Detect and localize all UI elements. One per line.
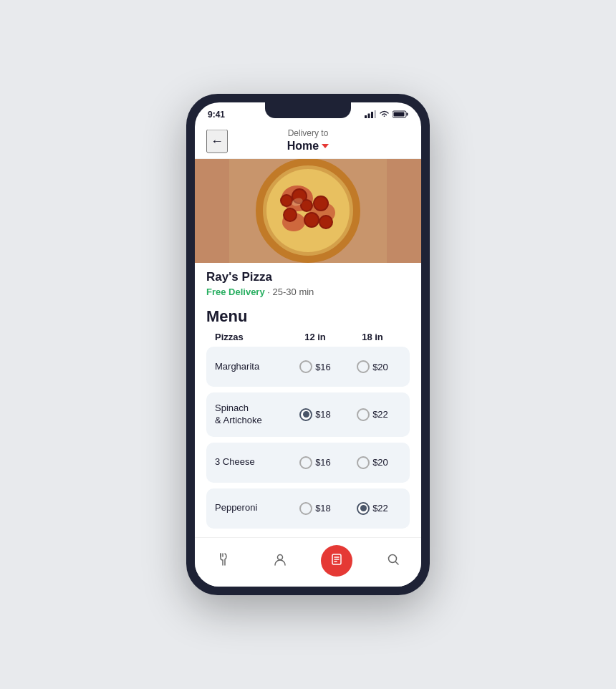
column-pizzas: Pizzas: [215, 332, 287, 342]
column-18in: 18 in: [344, 332, 401, 342]
delivery-time: · 25-30 min: [267, 286, 314, 297]
3cheese-12in-price: $16: [315, 457, 331, 468]
content-scroll[interactable]: Ray's Pizza Free Delivery · 25-30 min Me…: [195, 159, 421, 537]
battery-icon: [393, 110, 408, 120]
svg-point-27: [281, 196, 292, 206]
pepperoni-12in-option[interactable]: $18: [287, 502, 344, 515]
svg-point-25: [320, 216, 332, 228]
item-name-spinach: Spinach& Artichoke: [215, 403, 287, 427]
pepperoni-18in-price: $22: [372, 503, 388, 514]
spinach-12in-price: $18: [315, 409, 331, 420]
svg-rect-1: [368, 113, 370, 118]
pepperoni-12in-price: $18: [315, 503, 331, 514]
pepperoni-18in-option[interactable]: $22: [344, 502, 401, 515]
svg-rect-6: [407, 112, 408, 115]
menu-item-spinach: Spinach& Artichoke $18 $22: [206, 392, 410, 437]
column-12in: 12 in: [287, 332, 344, 342]
cutlery-icon: [216, 552, 231, 570]
status-time: 9:41: [208, 110, 225, 120]
margharita-12in-option[interactable]: $16: [287, 360, 344, 373]
spinach-12in-radio[interactable]: [299, 408, 312, 421]
3cheese-18in-radio[interactable]: [357, 456, 370, 469]
orders-icon: [329, 552, 344, 570]
search-icon: [386, 552, 400, 570]
menu-title: Menu: [206, 307, 410, 326]
nav-profile[interactable]: [264, 545, 296, 577]
margharita-12in-price: $16: [315, 362, 331, 372]
restaurant-name: Ray's Pizza: [206, 270, 410, 284]
menu-column-headers: Pizzas 12 in 18 in: [206, 332, 410, 347]
free-delivery-label: Free Delivery: [206, 286, 265, 297]
3cheese-18in-price: $20: [372, 457, 388, 468]
svg-point-19: [305, 213, 318, 226]
header-title: Home: [287, 140, 319, 153]
margharita-18in-price: $20: [372, 362, 388, 372]
header: ← Delivery to Home: [195, 124, 421, 159]
spinach-12in-option[interactable]: $18: [287, 408, 344, 421]
svg-point-23: [302, 201, 312, 211]
menu-item-margharita: Margharita $16 $20: [206, 347, 410, 387]
back-button[interactable]: ←: [206, 130, 228, 153]
svg-point-36: [388, 554, 396, 562]
svg-rect-29: [195, 159, 229, 263]
3cheese-18in-option[interactable]: $20: [344, 456, 401, 469]
item-name-margharita: Margharita: [215, 361, 287, 373]
margharita-12in-radio[interactable]: [299, 360, 312, 373]
svg-rect-0: [365, 115, 367, 118]
margharita-18in-radio[interactable]: [357, 360, 370, 373]
header-subtitle: Delivery to: [206, 128, 410, 138]
svg-line-37: [395, 562, 398, 564]
phone-frame: 9:41: [186, 94, 430, 595]
header-title-row: Home: [206, 140, 410, 153]
menu-section: Menu Pizzas 12 in 18 in Margharita $16: [195, 300, 421, 537]
menu-item-3cheese: 3 Cheese $16 $20: [206, 443, 410, 483]
item-name-pepperoni: Pepperoni: [215, 502, 287, 514]
spinach-18in-radio[interactable]: [357, 408, 370, 421]
phone-screen: 9:41: [195, 102, 421, 587]
nav-restaurants[interactable]: [208, 545, 239, 577]
restaurant-image: [195, 159, 421, 263]
nav-orders[interactable]: [321, 545, 352, 577]
pepperoni-12in-radio[interactable]: [299, 502, 312, 515]
svg-point-21: [284, 209, 296, 221]
svg-point-17: [314, 197, 327, 210]
restaurant-meta: Free Delivery · 25-30 min: [206, 286, 410, 297]
chevron-down-icon[interactable]: [322, 144, 329, 148]
svg-rect-30: [387, 159, 421, 263]
item-name-3cheese: 3 Cheese: [215, 456, 287, 468]
nav-search[interactable]: [377, 545, 409, 577]
svg-rect-2: [371, 112, 373, 118]
svg-rect-5: [394, 112, 405, 116]
pepperoni-18in-radio[interactable]: [357, 502, 370, 515]
svg-rect-3: [375, 110, 377, 118]
person-icon: [273, 552, 287, 570]
signal-icon: [365, 110, 376, 120]
status-icons: [365, 110, 408, 120]
menu-table: Pizzas 12 in 18 in Margharita $16: [206, 332, 410, 529]
svg-point-31: [277, 554, 282, 559]
phone-notch: [265, 102, 351, 118]
margharita-18in-option[interactable]: $20: [344, 360, 401, 373]
3cheese-12in-radio[interactable]: [299, 456, 312, 469]
wifi-icon: [379, 110, 390, 120]
spinach-18in-option[interactable]: $22: [344, 408, 401, 421]
restaurant-info: Ray's Pizza Free Delivery · 25-30 min: [195, 263, 421, 300]
3cheese-12in-option[interactable]: $16: [287, 456, 344, 469]
menu-item-pepperoni: Pepperoni $18 $22: [206, 488, 410, 529]
bottom-nav: [195, 537, 421, 587]
spinach-18in-price: $22: [372, 409, 388, 420]
